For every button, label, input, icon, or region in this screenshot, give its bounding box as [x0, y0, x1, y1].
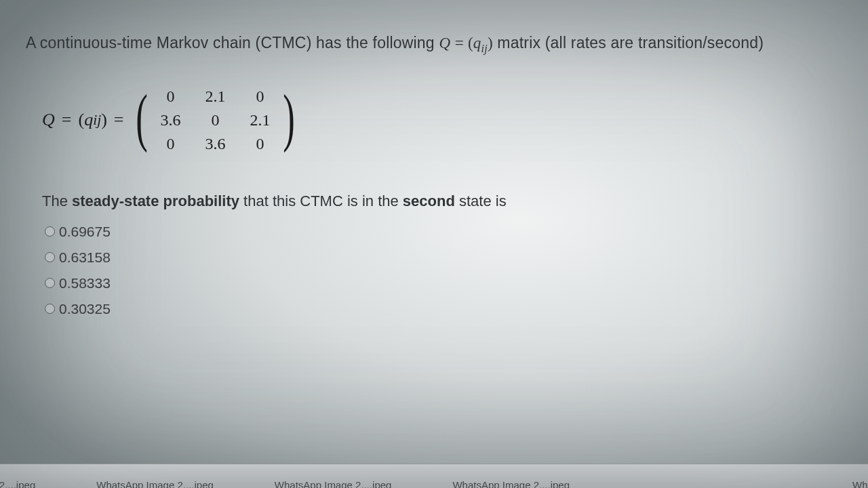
matrix-lhs-paren-open: ( — [78, 110, 84, 130]
radio-icon — [45, 304, 55, 314]
radio-icon — [45, 226, 55, 237]
matrix-cell: 2.1 — [237, 108, 282, 132]
download-item[interactable]: WhatsApp Image 2....jpeg — [275, 479, 392, 488]
matrix-big-paren-close: ) — [283, 85, 296, 150]
download-item[interactable]: ge 2....jpeg — [0, 479, 35, 488]
answer-option-2[interactable]: 0.63158 — [45, 249, 842, 266]
matrix-cell: 3.6 — [148, 108, 193, 132]
prompt-post: state is — [455, 192, 507, 209]
matrix-eq1: = — [62, 110, 72, 130]
prompt-mid: that this CTMC is in the — [239, 192, 403, 209]
intro-paren-open: ( — [468, 35, 473, 52]
question-intro: A continuous-time Markov chain (CTMC) ha… — [26, 34, 842, 55]
matrix-cell: 0 — [193, 108, 237, 132]
matrix-eq2: = — [114, 110, 124, 130]
prompt-b1: steady-state probability — [72, 192, 239, 209]
matrix-cell: 2.1 — [193, 85, 237, 108]
intro-var-Q: Q — [439, 35, 450, 52]
intro-var-q: q — [473, 35, 481, 52]
matrix-row: 0 3.6 0 — [148, 132, 282, 156]
matrix-row: 3.6 0 2.1 — [148, 108, 282, 132]
download-item[interactable]: What — [852, 479, 868, 488]
intro-text-pre: A continuous-time Markov chain (CTMC) ha… — [26, 34, 439, 52]
answer-options: 0.69675 0.63158 0.58333 0.30325 — [45, 224, 842, 317]
answer-option-1[interactable]: 0.69675 — [45, 224, 842, 240]
intro-eq: = — [455, 35, 468, 52]
intro-text-post: matrix (all rates are transition/second) — [497, 34, 764, 52]
matrix-lhs-sub: ij — [93, 112, 101, 129]
download-item[interactable]: WhatsApp Image 2....jpeg — [96, 479, 214, 488]
question-prompt: The steady-state probability that this C… — [42, 192, 842, 210]
matrix-cell: 0 — [148, 85, 193, 108]
matrix-grid: 0 2.1 0 3.6 0 2.1 0 3.6 0 — [148, 85, 282, 156]
download-filename: WhatsApp Image 2....jpeg — [96, 479, 214, 488]
option-label: 0.63158 — [59, 249, 111, 266]
matrix-big-paren-open: ( — [136, 85, 148, 150]
option-label: 0.58333 — [59, 275, 111, 291]
matrix-lhs-q: q — [84, 110, 93, 130]
question-page: A continuous-time Markov chain (CTMC) ha… — [0, 0, 868, 488]
matrix-lhs-paren-close: ) — [101, 110, 107, 130]
download-item[interactable]: WhatsApp Image 2....jpeg — [452, 479, 570, 488]
matrix-row: 0 2.1 0 — [148, 85, 282, 108]
option-label: 0.69675 — [59, 224, 111, 240]
matrix-cell: 0 — [148, 132, 193, 156]
option-label: 0.30325 — [59, 301, 111, 317]
answer-option-4[interactable]: 0.30325 — [45, 301, 842, 317]
download-filename: WhatsApp Image 2....jpeg — [452, 479, 570, 488]
answer-option-3[interactable]: 0.58333 — [45, 275, 842, 291]
download-filename: WhatsApp Image 2....jpeg — [275, 479, 392, 488]
matrix-cell: 0 — [237, 85, 282, 108]
intro-sub-ij: ij — [481, 43, 488, 54]
matrix-lhs-Q: Q — [42, 110, 55, 130]
download-filename: ge 2....jpeg — [0, 479, 35, 488]
browser-download-bar: ge 2....jpeg WhatsApp Image 2....jpeg Wh… — [0, 464, 868, 488]
prompt-pre: The — [42, 192, 72, 209]
radio-icon — [45, 278, 55, 288]
download-filename: What — [852, 479, 868, 488]
radio-icon — [45, 252, 55, 262]
intro-paren-close: ) — [488, 35, 493, 52]
matrix-cell: 0 — [237, 132, 282, 156]
prompt-b2: second — [403, 192, 455, 209]
matrix-definition: Q = (qij) = ( 0 2.1 0 3.6 0 2.1 0 3.6 0 … — [42, 85, 842, 156]
matrix-cell: 3.6 — [193, 132, 237, 156]
